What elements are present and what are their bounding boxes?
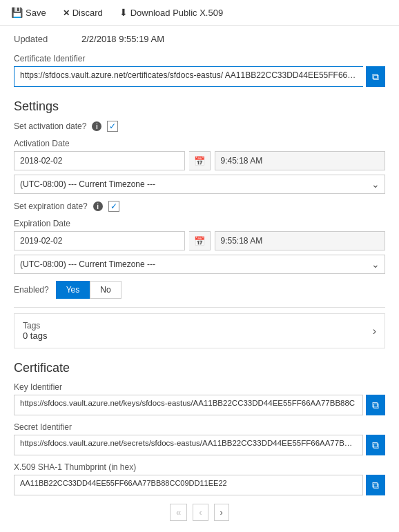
tags-content: Tags 0 tags bbox=[23, 321, 47, 341]
certificate-identifier-row: https://sfdocs.vault.azure.net/certifica… bbox=[14, 66, 385, 87]
secret-copy-icon: ⧉ bbox=[372, 440, 379, 451]
thumbprint-copy-icon: ⧉ bbox=[372, 480, 379, 491]
enabled-yes-button[interactable]: Yes bbox=[56, 281, 90, 299]
nav-prev-button[interactable]: ‹ bbox=[193, 504, 208, 521]
key-identifier-label: Key Identifier bbox=[14, 382, 385, 392]
nav-arrows: « ‹ › bbox=[14, 495, 385, 526]
secret-identifier-copy-button[interactable]: ⧉ bbox=[366, 435, 385, 455]
save-icon bbox=[11, 7, 23, 18]
activation-date-toggle-row: Set activation date? i bbox=[14, 121, 385, 132]
activation-timezone-select[interactable]: (UTC-08:00) --- Current Timezone --- bbox=[14, 175, 385, 194]
expiration-datetime-row: 2019-02-02 📅 9:55:18 AM bbox=[14, 231, 385, 250]
key-identifier-row: https://sfdocs.vault.azure.net/keys/sfdo… bbox=[14, 395, 385, 415]
key-identifier-input[interactable]: https://sfdocs.vault.azure.net/keys/sfdo… bbox=[14, 395, 363, 415]
download-button[interactable]: Download Public X.509 bbox=[117, 6, 226, 19]
content-area: Updated 2/2/2018 9:55:19 AM Certificate … bbox=[0, 26, 399, 532]
save-label: Save bbox=[26, 8, 46, 18]
activation-datetime-row: 2018-02-02 📅 9:45:18 AM bbox=[14, 151, 385, 170]
activation-date-info-icon[interactable]: i bbox=[92, 121, 101, 131]
thumbprint-row: AA11BB22CC33DD44EE55FF66AA77BB88CC09DD11… bbox=[14, 475, 385, 495]
key-copy-icon: ⧉ bbox=[372, 400, 379, 411]
certificate-identifier-input[interactable]: https://sfdocs.vault.azure.net/certifica… bbox=[14, 66, 363, 87]
updated-value: 2/2/2018 9:55:19 AM bbox=[81, 34, 164, 44]
certificate-heading: Certificate bbox=[14, 361, 385, 375]
secret-identifier-label: Secret Identifier bbox=[14, 422, 385, 432]
divider-1 bbox=[14, 307, 385, 308]
expiration-time-input[interactable]: 9:55:18 AM bbox=[215, 231, 386, 250]
settings-heading: Settings bbox=[14, 99, 385, 114]
secret-identifier-row: https://sfdocs.vault.azure.net/secrets/s… bbox=[14, 435, 385, 455]
certificate-identifier-label: Certificate Identifier bbox=[14, 54, 385, 63]
copy-icon: ⧉ bbox=[372, 71, 379, 83]
updated-label: Updated bbox=[14, 34, 76, 44]
thumbprint-input[interactable]: AA11BB22CC33DD44EE55FF66AA77BB88CC09DD11… bbox=[14, 475, 363, 495]
expiration-timezone-wrapper: (UTC-08:00) --- Current Timezone --- bbox=[14, 255, 385, 274]
certificate-identifier-copy-button[interactable]: ⧉ bbox=[366, 66, 385, 87]
activation-timezone-wrapper: (UTC-08:00) --- Current Timezone --- bbox=[14, 175, 385, 194]
expiration-date-input[interactable]: 2019-02-02 bbox=[14, 231, 185, 250]
secret-identifier-input[interactable]: https://sfdocs.vault.azure.net/secrets/s… bbox=[14, 435, 363, 455]
activation-time-input[interactable]: 9:45:18 AM bbox=[215, 151, 386, 170]
activation-date-checkbox[interactable] bbox=[107, 121, 118, 132]
tags-count: 0 tags bbox=[23, 331, 47, 341]
expiration-timezone-select[interactable]: (UTC-08:00) --- Current Timezone --- bbox=[14, 255, 385, 274]
toolbar: Save Discard Download Public X.509 bbox=[0, 0, 399, 26]
activation-calendar-button[interactable]: 📅 bbox=[189, 151, 211, 170]
thumbprint-label: X.509 SHA-1 Thumbprint (in hex) bbox=[14, 462, 385, 472]
enabled-row: Enabled? Yes No bbox=[14, 281, 385, 299]
save-button[interactable]: Save bbox=[8, 6, 49, 19]
updated-row: Updated 2/2/2018 9:55:19 AM bbox=[14, 34, 385, 44]
enabled-no-button[interactable]: No bbox=[90, 281, 121, 299]
nav-first-button[interactable]: « bbox=[170, 504, 187, 521]
activation-date-input[interactable]: 2018-02-02 bbox=[14, 151, 185, 170]
download-label: Download Public X.509 bbox=[130, 8, 223, 18]
expiration-date-info-icon[interactable]: i bbox=[93, 201, 103, 211]
expiration-date-toggle-row: Set expiration date? i bbox=[14, 201, 385, 212]
download-icon bbox=[119, 7, 128, 18]
expiration-date-toggle-label: Set expiration date? bbox=[14, 201, 88, 211]
discard-button[interactable]: Discard bbox=[60, 6, 106, 19]
discard-icon bbox=[63, 8, 70, 18]
enabled-label: Enabled? bbox=[14, 285, 49, 295]
discard-label: Discard bbox=[72, 8, 103, 18]
nav-next-button[interactable]: › bbox=[214, 504, 229, 521]
activation-date-toggle-label: Set activation date? bbox=[14, 121, 86, 131]
activation-date-field-label: Activation Date bbox=[14, 139, 385, 148]
tags-row[interactable]: Tags 0 tags › bbox=[14, 313, 385, 348]
calendar-icon: 📅 bbox=[194, 156, 205, 166]
expiration-date-field-label: Expiration Date bbox=[14, 219, 385, 228]
expiration-calendar-button[interactable]: 📅 bbox=[189, 231, 211, 250]
expiration-calendar-icon: 📅 bbox=[194, 236, 205, 246]
thumbprint-copy-button[interactable]: ⧉ bbox=[366, 475, 385, 495]
expiration-date-checkbox[interactable] bbox=[108, 201, 119, 212]
tags-chevron-right-icon: › bbox=[373, 325, 376, 337]
key-identifier-copy-button[interactable]: ⧉ bbox=[366, 395, 385, 415]
tags-label: Tags bbox=[23, 321, 47, 331]
